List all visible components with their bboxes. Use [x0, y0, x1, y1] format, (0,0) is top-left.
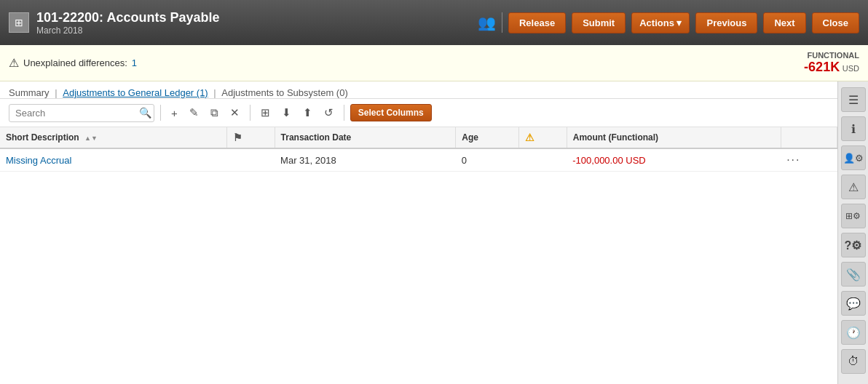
upload-button[interactable]: ⬆	[299, 103, 317, 122]
cell-transaction-date: Mar 31, 2018	[275, 148, 456, 172]
table-container: Short Description ▲▼ ⚑ Transaction Date …	[0, 127, 837, 172]
warning-text: Unexplained differences:	[23, 57, 127, 68]
warning-count-link[interactable]: 1	[132, 57, 137, 68]
search-container: 🔍	[9, 104, 154, 122]
cell-row-actions: ···	[781, 148, 837, 172]
refresh-button[interactable]: ↺	[320, 103, 338, 122]
sidebar-user-settings-button[interactable]: 👤⚙	[841, 145, 866, 170]
cell-amount-functional: -100,000.00 USD	[567, 148, 781, 172]
delete-button[interactable]: ✕	[226, 103, 244, 122]
sidebar-help-button[interactable]: ?⚙	[841, 233, 866, 257]
col-header-transaction-date: Transaction Date	[275, 127, 456, 148]
functional-label: FUNCTIONAL	[804, 51, 859, 60]
warning-triangle-icon: ⚠	[9, 56, 19, 70]
header-left: ⊞ 101-22200: Accounts Payable March 2018	[9, 10, 219, 36]
main-content: Summary | Adjustments to General Ledger …	[0, 81, 868, 384]
col-header-age: Age	[456, 127, 519, 148]
toolbar: 🔍 + ✎ ⧉ ✕ ⊞ ⬇ ⬆ ↺ Select Columns	[0, 99, 837, 127]
functional-amount: -621K	[804, 60, 840, 74]
tabs-bar: Summary | Adjustments to General Ledger …	[0, 81, 837, 99]
table-header-row: Short Description ▲▼ ⚑ Transaction Date …	[0, 127, 837, 148]
grid-button[interactable]: ⊞	[256, 103, 275, 122]
tab-adjustments-gl[interactable]: Adjustments to General Ledger (1)	[63, 87, 208, 98]
edit-button[interactable]: ✎	[185, 103, 203, 122]
sidebar-info-button[interactable]: ℹ	[841, 116, 866, 141]
col-header-short-description: Short Description ▲▼	[0, 127, 226, 148]
search-input[interactable]	[9, 104, 154, 122]
col-header-amount-functional: Amount (Functional)	[567, 127, 781, 148]
cell-short-description: Missing Accrual	[0, 148, 226, 172]
tab-adjustments-subsystem[interactable]: Adjustments to Subsystem (0)	[221, 87, 347, 98]
sidebar-clock-icon: ⏱	[848, 355, 859, 368]
app-header: ⊞ 101-22200: Accounts Payable March 2018…	[0, 0, 868, 45]
page-title: 101-22200: Accounts Payable	[36, 10, 219, 25]
page-subtitle: March 2018	[36, 25, 219, 36]
table-body: Missing Accrual Mar 31, 2018 0 -100,000.…	[0, 148, 837, 172]
warning-left: ⚠ Unexplained differences: 1	[9, 56, 137, 70]
warning-column-icon: ⚠	[525, 132, 534, 143]
previous-button[interactable]: Previous	[695, 12, 757, 33]
tab-sep-2: |	[213, 87, 218, 98]
sidebar-table-settings-icon: ⊞⚙	[845, 211, 861, 221]
sidebar-history-button[interactable]: 🕐	[841, 320, 866, 345]
sidebar-alert-icon: ⚠	[848, 180, 859, 194]
toolbar-divider-2	[250, 105, 250, 121]
sidebar-user-settings-icon: 👤⚙	[843, 153, 864, 164]
flag-column-icon: ⚑	[233, 132, 242, 143]
sidebar-help-icon: ?⚙	[845, 239, 862, 252]
adjustments-table: Short Description ▲▼ ⚑ Transaction Date …	[0, 127, 837, 172]
sidebar-table-settings-button[interactable]: ⊞⚙	[841, 204, 866, 228]
row-actions-button[interactable]: ···	[786, 153, 800, 167]
search-icon-button[interactable]: 🔍	[139, 107, 151, 119]
submit-button[interactable]: Submit	[572, 12, 626, 33]
cell-warning	[519, 148, 567, 172]
tab-sep-1: |	[55, 87, 60, 98]
sidebar-list-button[interactable]: ☰	[841, 87, 866, 112]
toolbar-divider-3	[344, 105, 344, 121]
table-row: Missing Accrual Mar 31, 2018 0 -100,000.…	[0, 148, 837, 172]
functional-currency: USD	[843, 64, 859, 73]
warning-bar: ⚠ Unexplained differences: 1 FUNCTIONAL …	[0, 45, 868, 81]
header-right: 👥 Release Submit Actions ▾ Previous Next…	[478, 12, 859, 33]
toolbar-divider-1	[160, 105, 161, 121]
right-sidebar: ☰ ℹ 👤⚙ ⚠ ⊞⚙ ?⚙ 📎 💬 🕐 ⏱	[837, 81, 868, 384]
functional-block: FUNCTIONAL -621K USD	[804, 51, 859, 75]
release-button[interactable]: Release	[508, 12, 566, 33]
cell-flag	[226, 148, 275, 172]
next-button[interactable]: Next	[763, 12, 805, 33]
sort-icon[interactable]: ▲▼	[84, 135, 98, 142]
actions-button[interactable]: Actions ▾	[631, 12, 690, 33]
copy-button[interactable]: ⧉	[206, 103, 223, 122]
add-button[interactable]: +	[167, 104, 182, 122]
sidebar-history-icon: 🕐	[846, 326, 861, 340]
select-columns-button[interactable]: Select Columns	[350, 104, 432, 121]
sidebar-attachment-icon: 📎	[846, 268, 861, 281]
download-button[interactable]: ⬇	[277, 103, 296, 122]
sidebar-info-icon: ℹ	[851, 122, 856, 136]
app-icon: ⊞	[9, 12, 29, 33]
col-header-actions	[781, 127, 837, 148]
header-title-block: 101-22200: Accounts Payable March 2018	[36, 10, 219, 36]
sidebar-attachment-button[interactable]: 📎	[841, 262, 866, 287]
col-header-flag: ⚑	[226, 127, 275, 148]
col-header-warning: ⚠	[519, 127, 567, 148]
header-divider	[502, 12, 502, 33]
sidebar-clock-button[interactable]: ⏱	[841, 349, 866, 374]
tab-summary[interactable]: Summary	[9, 87, 50, 98]
sidebar-comment-icon: 💬	[846, 297, 861, 311]
sidebar-alert-button[interactable]: ⚠	[841, 175, 866, 199]
sidebar-comment-button[interactable]: 💬	[841, 291, 866, 316]
sidebar-list-icon: ☰	[848, 93, 859, 107]
content-area: Summary | Adjustments to General Ledger …	[0, 81, 837, 384]
close-button[interactable]: Close	[812, 12, 859, 33]
user-icon: 👥	[478, 14, 496, 31]
cell-age: 0	[456, 148, 519, 172]
